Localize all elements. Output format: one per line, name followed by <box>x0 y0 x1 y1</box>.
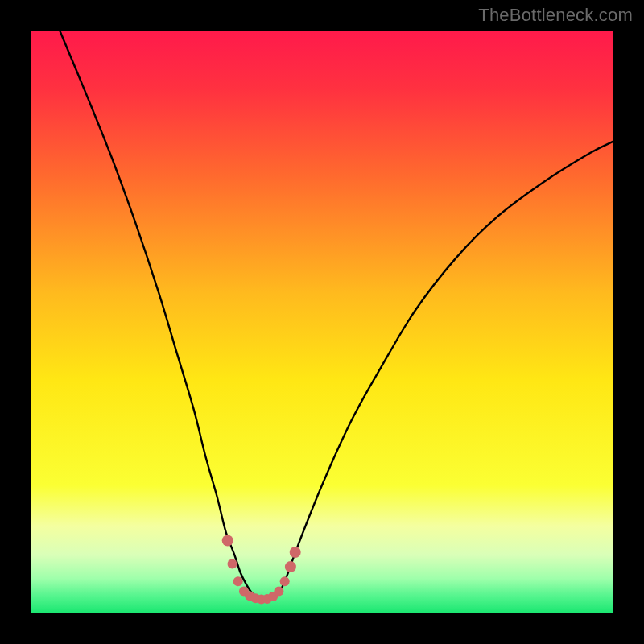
highlight-point <box>290 547 301 558</box>
highlight-point <box>280 576 290 586</box>
highlight-point <box>233 576 243 586</box>
plot-area <box>31 31 613 613</box>
highlight-point <box>228 559 237 568</box>
chart-svg <box>31 31 613 613</box>
watermark-text: TheBottleneck.com <box>478 5 633 26</box>
highlight-point <box>222 535 233 547</box>
gradient-background <box>31 31 613 613</box>
chart-frame: TheBottleneck.com <box>0 0 644 644</box>
highlight-point <box>285 561 296 572</box>
highlight-point <box>274 586 283 596</box>
